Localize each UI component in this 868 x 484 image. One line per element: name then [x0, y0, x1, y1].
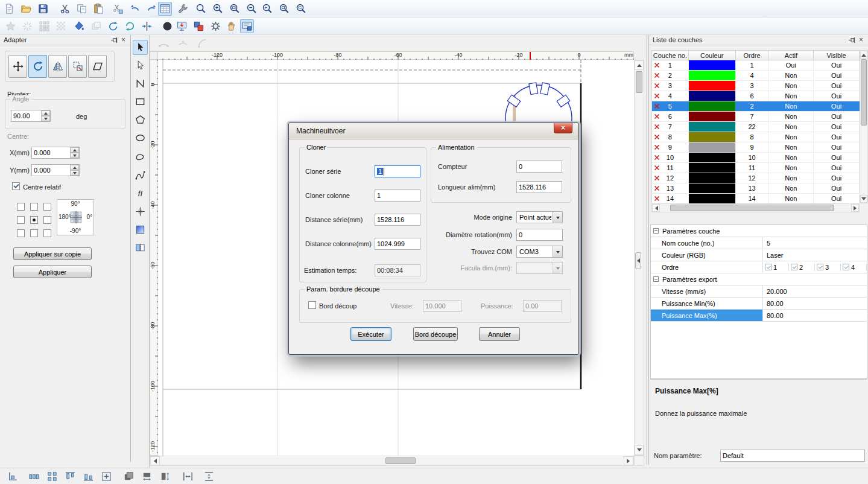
anchor-radio-0-2[interactable] — [43, 203, 51, 211]
layer-color-swatch[interactable] — [689, 112, 735, 121]
distribute-horizontal-button[interactable] — [27, 470, 41, 483]
delete-layer-icon[interactable] — [654, 124, 660, 130]
layer-active[interactable]: Non — [768, 91, 814, 101]
layer-visible[interactable]: Oui — [814, 132, 860, 142]
property-row[interactable]: Nom couche (no.)5 — [651, 237, 867, 249]
ordre-checkbox[interactable]: 3 — [815, 264, 841, 271]
data-grid-button[interactable] — [158, 2, 172, 16]
layer-row[interactable]: 722NonOui — [652, 122, 860, 132]
layer-visible[interactable]: Oui — [814, 71, 860, 80]
anchor-radio-1-2[interactable] — [43, 216, 51, 224]
open-file-button[interactable] — [19, 2, 33, 16]
machine-settings-button[interactable] — [209, 19, 223, 33]
zoom-in-button[interactable] — [211, 2, 225, 16]
align-bottom-button[interactable] — [81, 470, 95, 483]
layers-vertical-scrollbar[interactable] — [860, 50, 868, 203]
property-group-row[interactable]: Paramètres couche — [651, 225, 867, 237]
layer-color-swatch[interactable] — [689, 60, 735, 70]
cloner-serie-input[interactable]: 1 — [375, 165, 420, 177]
layer-color-swatch[interactable] — [689, 81, 735, 91]
spline-tool-button[interactable] — [133, 168, 148, 183]
anchor-radio-0-1[interactable] — [30, 203, 38, 211]
layer-row[interactable]: 1010NonOui — [652, 153, 860, 163]
scrollbar-thumb[interactable] — [861, 59, 867, 126]
delete-layer-icon[interactable] — [654, 113, 660, 119]
column-header[interactable]: Couleur — [689, 51, 736, 60]
property-row[interactable]: Vitesse (mm/s)20.000 — [651, 285, 867, 298]
property-row[interactable]: Ordre1234 — [651, 261, 867, 273]
layer-row[interactable]: 11OuiOui — [652, 60, 860, 71]
bord-decoupe-checkbox[interactable] — [308, 301, 316, 309]
cloner-colonne-input[interactable] — [375, 189, 420, 202]
layer-visible[interactable]: Oui — [814, 81, 860, 91]
distribute-grid-button[interactable] — [45, 470, 59, 483]
spin-up-icon[interactable] — [41, 110, 50, 116]
layer-active[interactable]: Non — [768, 81, 814, 91]
rotate-mode-button[interactable] — [28, 55, 47, 78]
node-align-button[interactable] — [140, 19, 154, 33]
anchor-radio-2-0[interactable] — [17, 229, 25, 237]
layer-color-swatch[interactable] — [689, 132, 735, 142]
layer-row[interactable]: 88NonOui — [652, 132, 860, 142]
longueur-alim-input[interactable] — [516, 181, 562, 193]
layer-active[interactable]: Non — [768, 132, 814, 142]
scroll-up-button[interactable] — [635, 60, 644, 70]
spin-up-icon[interactable] — [70, 165, 79, 170]
bord-decoupe-button[interactable]: Bord découpe — [413, 327, 458, 341]
layer-active[interactable]: Non — [768, 112, 814, 121]
canvas-horizontal-scrollbar[interactable] — [150, 456, 634, 466]
com-port-select[interactable]: COM3 — [516, 246, 563, 258]
layer-row[interactable]: 99NonOui — [652, 142, 860, 153]
layer-visible[interactable]: Oui — [814, 194, 860, 203]
anchor-radio-0-0[interactable] — [17, 203, 25, 211]
collapse-icon[interactable] — [653, 276, 659, 282]
layer-color-swatch[interactable] — [689, 153, 735, 162]
delete-layer-icon[interactable] — [654, 175, 660, 181]
column-header[interactable]: Ordre — [736, 51, 769, 60]
mode-origine-select[interactable]: Point actue — [516, 211, 563, 223]
layer-active[interactable]: Non — [768, 142, 814, 152]
layer-visible[interactable]: Oui — [814, 112, 860, 121]
ordre-checkbox[interactable]: 1 — [763, 264, 789, 271]
layer-row[interactable]: 52NonOui — [652, 101, 860, 112]
scroll-down-button[interactable] — [860, 195, 867, 203]
select-tool-button[interactable] — [133, 40, 148, 55]
column-header[interactable]: Couche no. — [652, 51, 689, 60]
delete-layer-icon[interactable] — [654, 144, 660, 150]
layer-visible[interactable]: Oui — [814, 163, 860, 173]
property-value[interactable]: 80.00 — [763, 298, 867, 309]
node-edit-tool-button[interactable] — [133, 58, 148, 73]
diametre-rotation-input[interactable] — [516, 229, 563, 241]
same-width-button[interactable] — [140, 470, 154, 483]
ellipse-tool-button[interactable] — [133, 130, 148, 145]
mirror-mode-button[interactable] — [48, 55, 67, 78]
layer-color-swatch[interactable] — [689, 91, 735, 101]
layer-visible[interactable]: Oui — [814, 173, 860, 183]
polygon-tool-button[interactable] — [133, 112, 148, 127]
layer-color-swatch[interactable] — [689, 101, 735, 111]
executer-button[interactable]: Exécuter — [350, 327, 391, 341]
mirror-copy-button[interactable] — [123, 19, 137, 33]
equal-space-horizontal-button[interactable] — [181, 470, 195, 483]
layer-row[interactable]: 24NonOui — [652, 71, 860, 81]
param-name-input[interactable] — [720, 450, 865, 462]
layer-color-swatch[interactable] — [689, 163, 735, 173]
layer-color-swatch[interactable] — [689, 173, 735, 183]
close-panel-icon[interactable]: × — [119, 36, 128, 44]
delete-layer-icon[interactable] — [654, 83, 660, 89]
distance-serie-input[interactable] — [375, 214, 420, 226]
scroll-up-button[interactable] — [860, 51, 867, 59]
property-row[interactable]: Puissance Max(%)80.00 — [651, 310, 867, 322]
layer-active[interactable]: Oui — [768, 60, 814, 70]
scroll-down-button[interactable] — [635, 445, 644, 455]
polyline-tool-button[interactable] — [133, 76, 148, 91]
layer-visible[interactable]: Oui — [814, 60, 860, 70]
new-file-button[interactable] — [2, 2, 16, 16]
zoom-button[interactable] — [194, 2, 208, 16]
dialog-titlebar[interactable]: Machineuitvoer × — [289, 123, 578, 139]
move-mode-button[interactable] — [8, 55, 27, 78]
property-value[interactable]: 20.000 — [763, 285, 867, 297]
pin-icon[interactable] — [847, 36, 857, 44]
layer-row[interactable]: 33NonOui — [652, 81, 860, 91]
appliquer-button[interactable]: Appliquer — [13, 266, 92, 278]
